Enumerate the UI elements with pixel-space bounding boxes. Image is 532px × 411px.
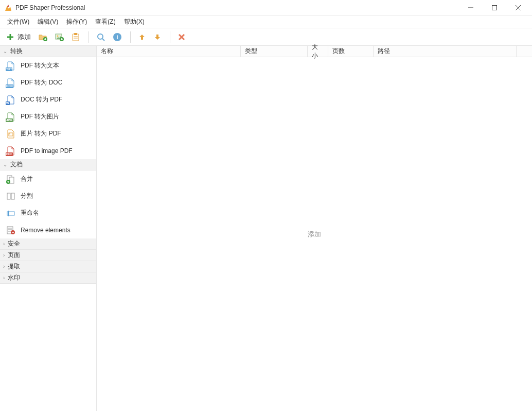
toolbar-separator: [130, 31, 131, 43]
menu-action[interactable]: 操作(Y): [62, 16, 91, 27]
add-button[interactable]: 添加: [3, 30, 34, 44]
main-area: ⌄ 转换 TXT PDF 转为文本 DOC PDF 转为 DOC W DOC 转…: [0, 46, 532, 411]
sidebar-item-label: 重命名: [21, 209, 39, 217]
svg-point-25: [9, 133, 10, 134]
x-icon: [178, 33, 186, 41]
arrow-down-icon: [153, 33, 162, 41]
chevron-right-icon: ›: [3, 264, 5, 269]
content-area: 名称 类型 大小 页数 路径 添加: [97, 46, 532, 411]
paste-button[interactable]: [68, 30, 83, 44]
sidebar-item-label: 分割: [21, 192, 33, 200]
search-icon: [96, 32, 105, 42]
menu-edit[interactable]: 编辑(V): [33, 16, 62, 27]
info-icon: i: [113, 32, 122, 42]
menu-file[interactable]: 文件(W): [3, 16, 33, 27]
rename-icon: [6, 209, 15, 218]
sidebar-item-label: Remove elements: [21, 227, 70, 234]
jpg-doc-icon: JPG: [6, 112, 15, 122]
add-image-button[interactable]: [51, 30, 67, 44]
column-name[interactable]: 名称: [97, 46, 241, 57]
column-type[interactable]: 类型: [241, 46, 308, 57]
search-button[interactable]: [93, 30, 109, 44]
split-icon: [6, 192, 15, 201]
sidebar-item-image-to-pdf[interactable]: 图片 转为 PDF: [0, 125, 96, 142]
image-plus-icon: [55, 32, 64, 42]
sidebar-item-label: DOC 转为 PDF: [21, 95, 62, 104]
sidebar-item-rename[interactable]: 重命名: [0, 204, 96, 221]
add-button-label: 添加: [17, 32, 31, 42]
group-security[interactable]: › 安全: [0, 238, 96, 250]
folder-plus-icon: [38, 32, 47, 42]
group-watermark-label: 水印: [8, 273, 20, 282]
remove-elements-icon: [6, 226, 15, 235]
file-list[interactable]: 添加: [97, 57, 532, 411]
group-convert-label: 转换: [10, 47, 23, 56]
group-extract-label: 提取: [8, 262, 20, 271]
word-doc-icon: W: [6, 95, 15, 105]
column-path[interactable]: 路径: [374, 46, 517, 57]
chevron-down-icon: ⌄: [3, 162, 7, 167]
doc-icon: DOC: [6, 78, 15, 88]
sidebar-item-doc-to-pdf[interactable]: W DOC 转为 PDF: [0, 91, 96, 108]
list-header: 名称 类型 大小 页数 路径: [97, 46, 532, 57]
titlebar: PDF Shaper Professional: [0, 0, 532, 15]
sidebar-item-label: 图片 转为 PDF: [21, 129, 61, 138]
svg-text:i: i: [116, 34, 118, 40]
menu-view[interactable]: 查看(Z): [91, 16, 119, 27]
svg-point-18: [98, 34, 103, 39]
remove-button[interactable]: [174, 30, 189, 44]
group-watermark[interactable]: › 水印: [0, 272, 96, 284]
svg-rect-1: [492, 5, 497, 10]
group-convert[interactable]: ⌄ 转换: [0, 46, 96, 57]
sidebar-item-label: PDF 转为图片: [21, 112, 59, 121]
empty-hint: 添加: [308, 230, 321, 239]
sidebar-item-label: PDF to image PDF: [21, 147, 73, 155]
app-icon: [4, 4, 12, 12]
column-size[interactable]: 大小: [308, 46, 328, 57]
svg-line-19: [102, 39, 104, 41]
sidebar-item-pdf-to-text[interactable]: TXT PDF 转为文本: [0, 57, 96, 74]
svg-rect-31: [7, 193, 10, 199]
move-down-button[interactable]: [150, 30, 165, 44]
sidebar-item-pdf-to-image-pdf[interactable]: PDF PDF to image PDF: [0, 142, 96, 159]
group-page-label: 页面: [8, 251, 20, 260]
window-title: PDF Shaper Professional: [15, 4, 459, 11]
sidebar-item-pdf-to-doc[interactable]: DOC PDF 转为 DOC: [0, 74, 96, 91]
chevron-right-icon: ›: [3, 241, 5, 247]
group-document[interactable]: ⌄ 文档: [0, 159, 96, 170]
menu-help[interactable]: 帮助(X): [120, 16, 149, 27]
toolbar: 添加 i: [0, 28, 532, 46]
sidebar-item-remove-elements[interactable]: Remove elements: [0, 221, 96, 238]
column-spacer: [517, 46, 532, 57]
svg-point-10: [57, 35, 59, 37]
minimize-button[interactable]: [459, 0, 483, 15]
group-page[interactable]: › 页面: [0, 250, 96, 261]
txt-doc-icon: TXT: [6, 61, 15, 71]
chevron-right-icon: ›: [3, 252, 5, 258]
plus-icon: [6, 33, 14, 41]
sidebar-item-split[interactable]: 分割: [0, 187, 96, 204]
sidebar-item-label: PDF 转为 DOC: [21, 78, 62, 87]
maximize-button[interactable]: [483, 0, 506, 15]
pdf-doc-icon: PDF: [6, 146, 15, 156]
chevron-right-icon: ›: [3, 275, 5, 281]
column-pages[interactable]: 页数: [328, 46, 374, 57]
sidebar-item-merge[interactable]: 合并: [0, 170, 96, 187]
sidebar-item-label: 合并: [21, 175, 33, 183]
toolbar-separator: [88, 31, 89, 43]
move-up-button[interactable]: [135, 30, 149, 44]
group-extract[interactable]: › 提取: [0, 261, 96, 272]
info-button[interactable]: i: [110, 30, 125, 44]
group-security-label: 安全: [8, 239, 20, 248]
sidebar: ⌄ 转换 TXT PDF 转为文本 DOC PDF 转为 DOC W DOC 转…: [0, 46, 97, 411]
sidebar-item-pdf-to-image[interactable]: JPG PDF 转为图片: [0, 108, 96, 125]
chevron-down-icon: ⌄: [3, 48, 7, 54]
arrow-up-icon: [138, 33, 146, 41]
group-document-label: 文档: [10, 160, 23, 169]
sidebar-item-label: PDF 转为文本: [21, 61, 59, 70]
clipboard-icon: [71, 32, 80, 42]
close-button[interactable]: [506, 0, 530, 15]
add-folder-button[interactable]: [35, 30, 50, 44]
menubar: 文件(W) 编辑(V) 操作(Y) 查看(Z) 帮助(X): [0, 15, 532, 28]
svg-rect-32: [11, 193, 14, 199]
